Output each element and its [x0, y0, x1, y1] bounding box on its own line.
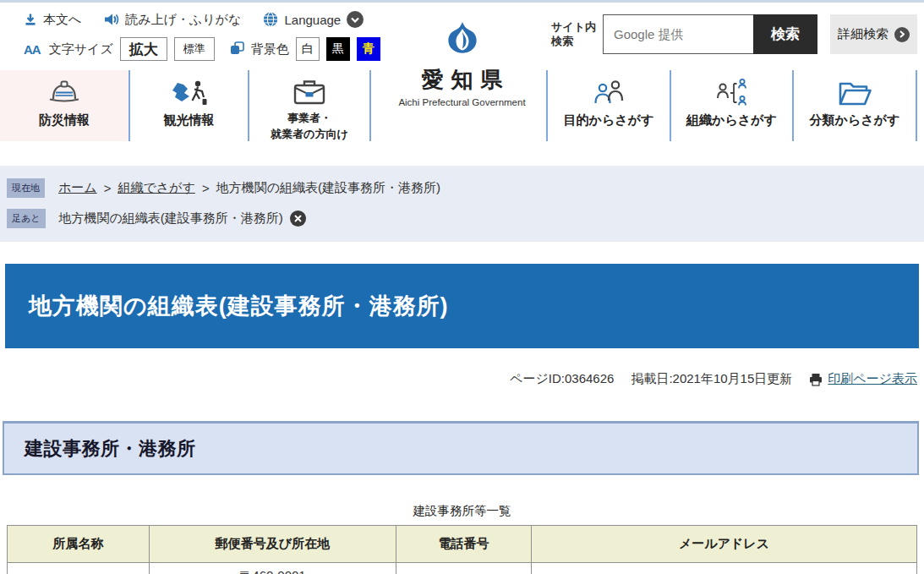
- site-search-label: サイト内 検索: [551, 20, 596, 49]
- breadcrumb-org-search-link[interactable]: 組織でさがす: [118, 180, 194, 196]
- page-id: ページID:0364626: [510, 371, 614, 387]
- site-header: 本文へ 読み上げ・ふりがな Language AA 文字サイズ 拡大 標準 背: [0, 3, 924, 142]
- current-location-badge: 現在地: [7, 178, 45, 198]
- globe-icon: [263, 12, 278, 27]
- bg-black-button[interactable]: 黒: [326, 37, 350, 61]
- nav-label: 事業者・: [287, 112, 331, 125]
- aichi-symbol-icon: [446, 21, 479, 60]
- read-aloud-label: 読み上げ・ふりがな: [125, 12, 241, 28]
- font-enlarge-button[interactable]: 拡大: [120, 37, 167, 61]
- cell-address: 〒460-0001: [150, 563, 396, 574]
- table-header-row: 所属名称 郵便番号及び所在地 電話番号 メールアドレス: [8, 526, 917, 563]
- people-icon: [589, 76, 628, 110]
- speaker-icon: [103, 13, 119, 26]
- nav-item-search-by-purpose[interactable]: 目的からさがす: [548, 70, 670, 141]
- nav-item-business[interactable]: 事業者・ 就業者の方向け: [248, 70, 369, 141]
- to-content-link[interactable]: 本文へ: [24, 12, 81, 28]
- chevron-down-icon: [347, 11, 364, 28]
- print-page-link-wrap: 印刷ページ表示: [809, 371, 917, 387]
- language-label: Language: [284, 13, 341, 27]
- folder-icon: [837, 76, 872, 110]
- footprints-row: 足あと 地方機関の組織表(建設事務所・港務所): [7, 209, 924, 228]
- org-chart-icon: [713, 76, 752, 110]
- footprints-badge: 足あと: [7, 209, 46, 228]
- cell-phone: [396, 563, 532, 574]
- bg-white-button[interactable]: 白: [296, 37, 320, 61]
- cell-email: [532, 563, 917, 574]
- print-page-link[interactable]: 印刷ページ表示: [828, 371, 917, 387]
- site-search: サイト内 検索 検索 詳細検索: [551, 14, 917, 54]
- nav-label: 防災情報: [39, 112, 90, 128]
- briefcase-icon: [292, 76, 327, 109]
- nav-label: 分類からさがす: [810, 112, 900, 128]
- font-size-icon: AA: [24, 42, 41, 57]
- display-settings-row: AA 文字サイズ 拡大 標準 背景色 白 黒 青: [24, 37, 380, 61]
- close-icon[interactable]: [290, 210, 306, 227]
- search-button[interactable]: 検索: [753, 14, 817, 54]
- section-header: 建設事務所・港務所: [3, 421, 919, 475]
- breadcrumb-separator: >: [202, 181, 210, 195]
- breadcrumb-separator: >: [104, 181, 112, 195]
- footprint-item: 地方機関の組織表(建設事務所・港務所): [59, 210, 283, 227]
- printer-icon: [809, 373, 823, 386]
- col-header-email: メールアドレス: [532, 526, 917, 563]
- breadcrumb-band: 現在地 ホーム > 組織でさがす > 地方機関の組織表(建設事務所・港務所) 足…: [0, 166, 924, 242]
- map-walker-icon: [170, 76, 209, 110]
- nav-label-line2: 就業者の方向け: [271, 128, 348, 141]
- table-caption: 建設事務所等一覧: [0, 503, 924, 519]
- helmet-icon: [46, 76, 82, 110]
- offices-table: 所属名称 郵便番号及び所在地 電話番号 メールアドレス 〒460-0001: [7, 525, 917, 574]
- arrow-right-icon: [894, 27, 910, 42]
- nav-label: 目的からさがす: [564, 112, 654, 128]
- col-header-address: 郵便番号及び所在地: [150, 526, 396, 563]
- col-header-phone: 電話番号: [396, 526, 532, 563]
- published-date: 掲載日:2021年10月15日更新: [631, 371, 792, 387]
- font-standard-button[interactable]: 標準: [174, 37, 215, 61]
- page-meta-row: ページID:0364626 掲載日:2021年10月15日更新 印刷ページ表示: [0, 371, 924, 387]
- page-title: 地方機関の組織表(建設事務所・港務所): [29, 291, 449, 321]
- font-size-label: 文字サイズ: [49, 41, 113, 57]
- language-menu[interactable]: Language: [263, 11, 364, 28]
- nav-item-disaster[interactable]: 防災情報: [0, 70, 128, 141]
- nav-item-tourism[interactable]: 観光情報: [128, 70, 248, 141]
- nav-item-search-by-category[interactable]: 分類からさがす: [792, 70, 917, 141]
- background-color-icon: [230, 41, 244, 57]
- read-aloud-link[interactable]: 読み上げ・ふりがな: [103, 12, 241, 28]
- main-navigation: 防災情報 観光情報 事業者・ 就業者の方向け 目的からさがす 組織: [0, 70, 924, 141]
- background-color-label: 背景色: [251, 41, 289, 57]
- advanced-search-button[interactable]: 詳細検索: [830, 14, 917, 54]
- nav-label: 組織からさがす: [686, 112, 777, 128]
- nav-item-search-by-organization[interactable]: 組織からさがす: [670, 70, 792, 141]
- breadcrumb-home-link[interactable]: ホーム: [58, 180, 97, 196]
- cell-name: [8, 563, 150, 574]
- nav-label: 観光情報: [164, 112, 215, 128]
- page-title-band: 地方機関の組織表(建設事務所・港務所): [5, 264, 919, 348]
- section-heading: 建設事務所・港務所: [25, 436, 196, 462]
- breadcrumb: 現在地 ホーム > 組織でさがす > 地方機関の組織表(建設事務所・港務所): [7, 178, 924, 198]
- breadcrumb-current-page: 地方機関の組織表(建設事務所・港務所): [216, 180, 440, 196]
- search-input[interactable]: [603, 14, 753, 54]
- nav-logo-gap: [369, 70, 548, 141]
- table-row: 〒460-0001: [8, 563, 917, 574]
- col-header-name: 所属名称: [8, 526, 150, 563]
- advanced-search-label: 詳細検索: [838, 26, 888, 42]
- utility-links-row: 本文へ 読み上げ・ふりがな Language: [24, 9, 380, 30]
- download-arrow-icon: [24, 13, 37, 26]
- to-content-label: 本文へ: [43, 12, 81, 28]
